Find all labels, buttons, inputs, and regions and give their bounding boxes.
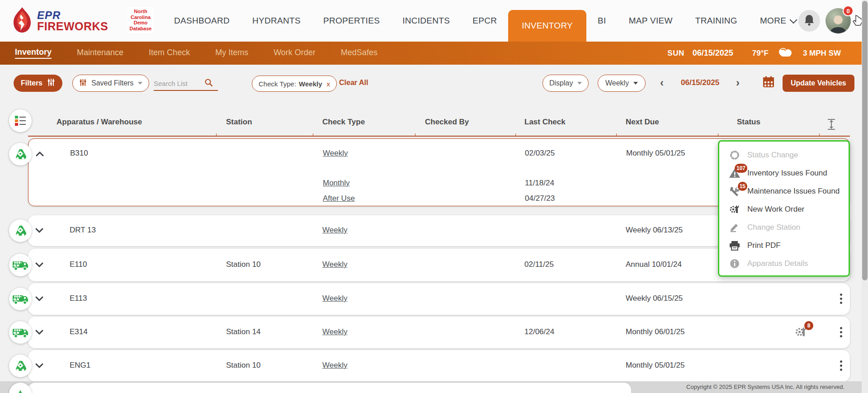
apparatus-name: E113 xyxy=(70,294,87,303)
prev-date-button[interactable]: ‹ xyxy=(660,76,664,89)
page-scrollbar[interactable] xyxy=(862,0,868,393)
filters-button-label: Filters xyxy=(21,79,42,87)
expand-row-button[interactable] xyxy=(35,362,43,370)
table-header-rule xyxy=(28,136,850,137)
nav-tab-hydrants[interactable]: HYDRANTS xyxy=(241,0,312,42)
menu-item-label: Maintenance Issues Found xyxy=(747,187,840,196)
subnav-items: InventoryMaintenanceItem CheckMy ItemsWo… xyxy=(0,47,403,59)
check-type-link[interactable]: Weekly xyxy=(322,226,347,235)
column-header-checked-by[interactable]: Checked By xyxy=(425,118,469,127)
table-row-e113: E113WeeklyWeekly 06/15/25 xyxy=(28,283,850,315)
inventory-app: EPR FIREWORKS North Carolina Demo Databa… xyxy=(0,0,868,393)
subnav-item-work-order[interactable]: Work Order xyxy=(274,48,316,58)
filters-button[interactable]: Filters xyxy=(14,75,62,92)
pencil-icon xyxy=(728,222,741,233)
expand-row-button[interactable] xyxy=(35,227,43,235)
display-dropdown[interactable]: Display xyxy=(542,75,589,92)
clear-all-link[interactable]: Clear All xyxy=(339,79,368,87)
calendar-icon[interactable] xyxy=(762,76,775,90)
current-date[interactable]: 06/15/2025 xyxy=(681,78,719,87)
check-type-link[interactable]: Weekly xyxy=(322,260,347,269)
column-header-station[interactable]: Station xyxy=(226,118,252,127)
subnav-item-item-check[interactable]: Item Check xyxy=(149,48,190,58)
scrollbar-thumb[interactable] xyxy=(862,1,868,280)
logo-text: EPR FIREWORKS xyxy=(37,10,108,32)
legend-button[interactable] xyxy=(9,109,32,132)
work-order-status-icon[interactable]: 8 xyxy=(794,326,808,340)
next-due-cell: Weekly 06/13/25 xyxy=(626,226,683,235)
column-header-last-check[interactable]: Last Check xyxy=(524,118,566,127)
notifications-button[interactable] xyxy=(798,10,820,32)
expand-row-button[interactable] xyxy=(35,261,43,270)
fire-truck-icon xyxy=(9,288,32,310)
check-type-link[interactable]: Weekly xyxy=(322,361,347,370)
printer-icon xyxy=(728,240,741,251)
menu-item-label: Inventory Issues Found xyxy=(747,169,827,178)
next-date-button[interactable]: › xyxy=(736,76,740,89)
nav-tab-epcr[interactable]: EPCR xyxy=(461,0,508,42)
menu-item-label: Change Station xyxy=(747,223,800,232)
chip-remove-icon[interactable]: x xyxy=(327,80,330,88)
nav-tab-incidents[interactable]: INCIDENTS xyxy=(391,0,461,42)
menu-item-maintenance-issues-found[interactable]: 15Maintenance Issues Found xyxy=(719,182,849,200)
row-actions-menu-button[interactable] xyxy=(837,327,845,337)
saved-filters-dropdown[interactable]: Saved Filters xyxy=(72,75,149,92)
menu-item-label: Status Change xyxy=(747,151,798,160)
main-nav: DASHBOARDHYDRANTSPROPERTIESINCIDENTSEPCR… xyxy=(163,0,807,42)
check-type-link[interactable]: After Use xyxy=(323,194,355,203)
nav-tab-dashboard[interactable]: DASHBOARD xyxy=(163,0,241,42)
menu-item-apparatus-details: Apparatus Details xyxy=(719,255,849,273)
filter-bar: Filters Saved Filters xyxy=(0,65,868,97)
next-due-cell: Weekly 06/15/25 xyxy=(626,294,683,303)
column-header-status[interactable]: Status xyxy=(737,118,760,127)
app-logo[interactable]: EPR FIREWORKS xyxy=(12,6,108,35)
spinner-icon xyxy=(728,149,741,161)
period-dropdown[interactable]: Weekly xyxy=(598,75,646,92)
row-actions-menu-button[interactable] xyxy=(837,294,845,304)
menu-item-print-pdf[interactable]: Print PDF xyxy=(719,237,849,255)
next-due-cell: Annual 10/01/24 xyxy=(626,260,682,269)
menu-item-new-work-order[interactable]: New Work Order xyxy=(719,200,849,218)
apparatus-name: E314 xyxy=(70,327,88,336)
expand-row-button[interactable] xyxy=(35,329,43,337)
apparatus-name: DRT 13 xyxy=(70,226,96,235)
expand-row-button[interactable] xyxy=(35,295,43,303)
station-cell: Station 10 xyxy=(226,361,261,370)
menu-item-label: New Work Order xyxy=(747,205,804,214)
nav-tab-bi[interactable]: BI xyxy=(586,0,618,42)
column-header-apparatus-warehouse[interactable]: Apparatus / Warehouse xyxy=(57,118,142,127)
nav-tab-properties[interactable]: PROPERTIES xyxy=(312,0,391,42)
nav-tab-training[interactable]: TRAINING xyxy=(684,0,749,42)
check-type-link[interactable]: Weekly xyxy=(322,294,347,303)
nav-tab-more[interactable]: MORE xyxy=(749,0,807,42)
subnav-item-maintenance[interactable]: Maintenance xyxy=(77,48,123,58)
search-input[interactable] xyxy=(154,80,204,87)
check-type-link[interactable]: Weekly xyxy=(322,327,347,336)
search-icon[interactable] xyxy=(204,78,213,89)
check-type-link[interactable]: Weekly xyxy=(323,149,348,158)
nav-tab-inventory[interactable]: INVENTORY xyxy=(508,10,586,42)
collapse-row-button[interactable] xyxy=(36,150,44,158)
check-type-link[interactable]: Monthly xyxy=(323,179,350,188)
menu-item-change-station: Change Station xyxy=(719,218,849,237)
chevron-down-icon xyxy=(790,16,797,24)
tools-icon: 15 xyxy=(728,185,741,197)
update-vehicles-button[interactable]: Update Vehicles xyxy=(783,75,854,92)
nav-tab-map-view[interactable]: MAP VIEW xyxy=(618,0,684,42)
column-header-next-due[interactable]: Next Due xyxy=(626,118,659,127)
filter-chip-check-type: Check Type: Weekly x xyxy=(252,76,337,92)
bell-icon xyxy=(804,14,815,28)
subnav-item-inventory[interactable]: Inventory xyxy=(15,47,52,59)
menu-item-inventory-issues-found[interactable]: 107Inventory Issues Found xyxy=(719,164,849,182)
column-header-check-type[interactable]: Check Type xyxy=(322,118,365,127)
apparatus-name: ENG1 xyxy=(70,361,90,370)
user-avatar[interactable]: 0 xyxy=(826,8,851,33)
row-actions-menu-button[interactable] xyxy=(837,360,845,371)
subnav-item-my-items[interactable]: My Items xyxy=(215,48,248,58)
table-row-e314: E314Station 14Weekly12/06/24Monthly 06/0… xyxy=(28,317,850,348)
top-header: EPR FIREWORKS North Carolina Demo Databa… xyxy=(0,0,868,42)
more-label: MORE xyxy=(760,16,786,26)
subnav-item-medsafes[interactable]: MedSafes xyxy=(341,48,377,58)
fit-height-icon[interactable] xyxy=(826,118,836,132)
legend-icon xyxy=(14,115,27,127)
